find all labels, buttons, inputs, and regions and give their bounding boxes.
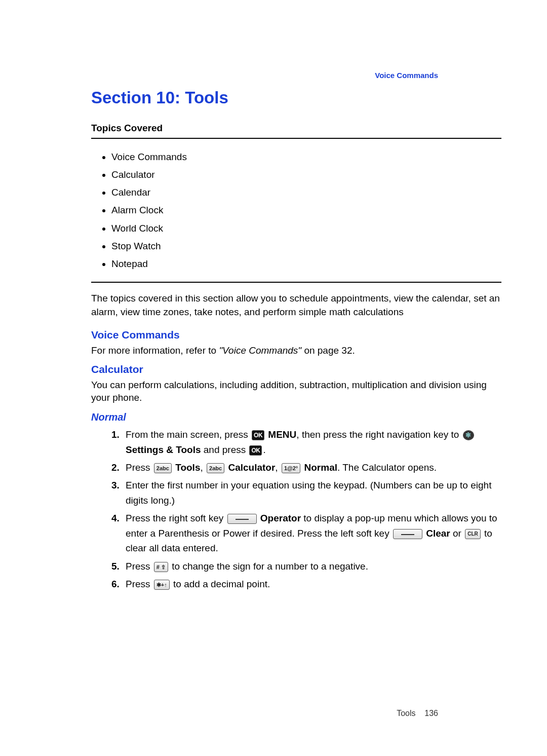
text: Press (126, 561, 153, 572)
topic-item: Calendar (111, 183, 501, 201)
step-3: Enter the first number in your equation … (111, 478, 501, 508)
heading-normal: Normal (91, 411, 501, 423)
topics-covered-label: Topics Covered (91, 123, 501, 134)
clr-key-icon: CLR (465, 529, 481, 539)
text: From the main screen, press (126, 429, 251, 440)
topic-item: Voice Commands (111, 148, 501, 166)
topic-item: World Clock (111, 219, 501, 237)
topic-item: Notepad (111, 255, 501, 273)
two-key-icon: 2abc (154, 463, 172, 473)
text: , (200, 462, 206, 473)
document-page: Voice Commands Section 10: Tools Topics … (0, 0, 547, 756)
two-key-icon: 2abc (207, 463, 224, 473)
step-1: From the main screen, press OK MENU, the… (111, 427, 501, 457)
topics-list: Voice Commands Calculator Calendar Alarm… (111, 148, 501, 273)
star-key-icon: ✱+↑ (154, 580, 170, 590)
intro-paragraph: The topics covered in this section allow… (91, 292, 501, 319)
heading-calculator: Calculator (91, 363, 501, 375)
page-number: 136 (424, 709, 438, 717)
page-footer: Tools 136 (397, 709, 438, 718)
gear-key-icon: ✻ (463, 430, 474, 440)
step-2: Press 2abc Tools, 2abc Calculator, 1@2° … (111, 460, 501, 475)
tools-label: Tools (173, 462, 201, 473)
topic-item: Calculator (111, 166, 501, 183)
menu-label: MENU (265, 429, 296, 440)
heading-voice-commands: Voice Commands (91, 329, 501, 341)
topic-item: Stop Watch (111, 237, 501, 255)
step-5: Press # ⇧ to change the sign for a numbe… (111, 559, 501, 574)
calculator-intro: You can perform calculations, including … (91, 379, 501, 404)
text: , then press the right navigation key to (296, 429, 461, 440)
calculator-label: Calculator (225, 462, 275, 473)
text: . The Calculator opens. (337, 462, 437, 473)
normal-label: Normal (301, 462, 337, 473)
text: Enter the first number in your equation … (126, 480, 491, 505)
settings-tools-label: Settings & Tools (126, 444, 201, 455)
running-header: Voice Commands (375, 71, 438, 80)
text: , (275, 462, 281, 473)
text: Press (126, 462, 153, 473)
text: and press (201, 444, 248, 455)
text: For more information, refer to (91, 345, 219, 356)
softkey-icon (227, 514, 257, 524)
step-6: Press ✱+↑ to add a decimal point. (111, 577, 501, 591)
steps-list: From the main screen, press OK MENU, the… (91, 427, 501, 591)
ok-key-icon: OK (249, 445, 262, 456)
softkey-icon (393, 529, 422, 539)
text: on page 32. (301, 345, 355, 356)
text: or (450, 528, 464, 539)
one-key-icon: 1@2° (282, 463, 300, 473)
voice-commands-paragraph: For more information, refer to "Voice Co… (91, 344, 501, 357)
divider-top (91, 138, 501, 139)
text: . (263, 444, 265, 455)
operator-label: Operator (258, 513, 301, 523)
ok-key-icon: OK (252, 430, 264, 440)
reference-title: "Voice Commands" (219, 345, 301, 356)
step-4: Press the right soft key Operator to dis… (111, 511, 501, 555)
divider-bottom (91, 282, 501, 283)
hash-key-icon: # ⇧ (154, 562, 168, 572)
text: to change the sign for a number to a neg… (169, 561, 368, 572)
section-title: Section 10: Tools (91, 88, 501, 107)
clear-label: Clear (423, 528, 450, 539)
footer-section: Tools (397, 709, 415, 717)
text: Press (126, 579, 153, 589)
text: to add a decimal point. (171, 579, 270, 589)
text: Press the right soft key (126, 513, 226, 523)
topic-item: Alarm Clock (111, 201, 501, 219)
